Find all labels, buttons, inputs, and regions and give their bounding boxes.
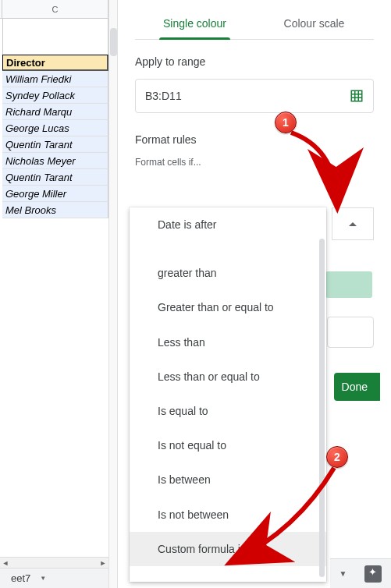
annotation-badge-2: 2 bbox=[326, 446, 348, 468]
annotation-badge-1: 1 bbox=[275, 112, 297, 133]
annotation-arrows bbox=[0, 0, 391, 588]
